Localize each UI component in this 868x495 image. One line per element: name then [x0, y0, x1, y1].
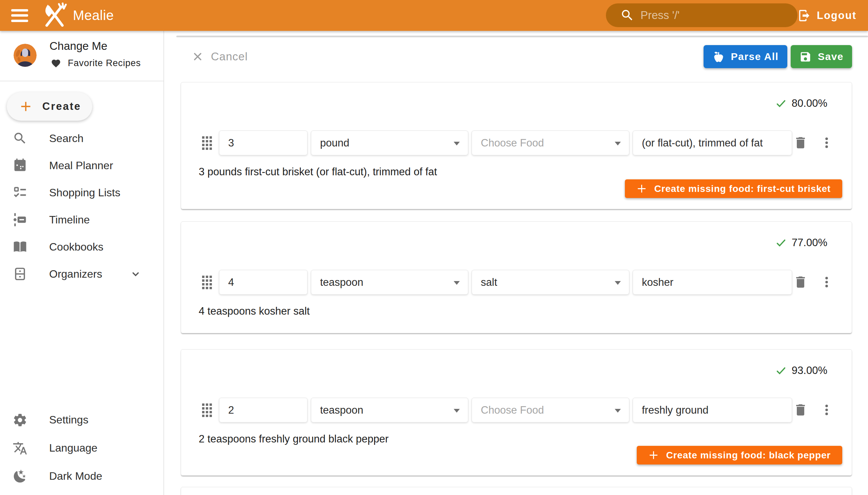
quantity-input[interactable]	[228, 404, 299, 416]
ingredient-card: 77.00% teaspoon salt 4 teaspoons kosher …	[181, 221, 852, 333]
delete-icon[interactable]	[793, 275, 808, 290]
app-title: Mealie	[73, 8, 114, 23]
kebab-menu-icon[interactable]	[820, 275, 833, 289]
timeline-icon	[13, 212, 28, 227]
sidebar-nav: Search Meal Planner Shopping Lists	[0, 125, 164, 288]
search-input[interactable]	[641, 9, 787, 22]
sidebar-item-language[interactable]: Language	[0, 434, 164, 462]
sidebar-item-cookbooks[interactable]: Cookbooks	[0, 233, 164, 260]
create-missing-food-button[interactable]: Create missing food: black pepper	[637, 446, 842, 464]
create-missing-food-button[interactable]: Create missing food: first-cut brisket	[625, 180, 842, 198]
delete-icon[interactable]	[793, 135, 808, 150]
ingredient-card: 80.00% pound Choose Food 3 pounds first-…	[181, 82, 852, 209]
food-select[interactable]: Choose Food	[472, 131, 629, 155]
checklist-icon	[13, 185, 28, 200]
confidence-indicator: 77.00%	[776, 237, 827, 249]
save-icon	[799, 51, 812, 63]
ingredient-card: 93.00% teaspoon Choose Food 2 teaspoons …	[181, 349, 852, 476]
chevron-down-icon	[454, 409, 460, 413]
food-select[interactable]: salt	[472, 270, 629, 295]
original-ingredient-text: 2 teaspoons freshly ground black pepper	[199, 433, 389, 445]
moon-icon	[13, 469, 28, 484]
sidebar-divider	[0, 81, 164, 81]
kebab-menu-icon[interactable]	[820, 136, 833, 150]
quantity-input[interactable]	[228, 137, 299, 149]
sidebar-item-timeline[interactable]: Timeline	[0, 206, 164, 233]
sidebar-item-search[interactable]: Search	[0, 125, 164, 152]
delete-icon[interactable]	[793, 403, 808, 417]
sidebar-footer-nav: Settings Language Dark Mode	[0, 406, 164, 490]
plus-icon	[648, 450, 659, 460]
open-book-icon	[13, 239, 28, 254]
note-input[interactable]	[642, 137, 783, 149]
drag-handle-icon[interactable]	[202, 276, 212, 289]
chevron-down-icon	[130, 268, 142, 280]
logout-label: Logout	[817, 10, 856, 22]
kebab-menu-icon[interactable]	[820, 403, 833, 417]
favorite-recipes-link[interactable]: Favorite Recipes	[51, 58, 141, 68]
heart-icon	[51, 58, 61, 68]
confidence-value: 93.00%	[792, 364, 827, 377]
food-select[interactable]: Choose Food	[472, 398, 629, 423]
content-top-divider	[176, 36, 868, 37]
confidence-value: 80.00%	[792, 97, 827, 109]
sidebar-item-meal-planner[interactable]: Meal Planner	[0, 152, 164, 179]
note-input[interactable]	[642, 276, 783, 289]
chevron-down-icon	[454, 281, 460, 285]
sidebar-item-dark-mode[interactable]: Dark Mode	[0, 462, 164, 490]
quantity-input[interactable]	[228, 276, 299, 289]
chevron-down-icon	[615, 281, 621, 285]
drag-handle-icon[interactable]	[202, 136, 212, 150]
main-content: Cancel Parse All Save 80.00% pound Choos…	[164, 31, 868, 495]
chevron-down-icon	[615, 142, 621, 146]
plus-icon	[18, 99, 34, 114]
logout-icon	[798, 9, 811, 22]
cabinet-icon	[13, 267, 28, 281]
ingredient-row: teaspoon salt	[181, 270, 852, 295]
confidence-indicator: 93.00%	[776, 364, 827, 377]
search-icon	[13, 131, 28, 146]
original-ingredient-text: 3 pounds first-cut brisket (or flat-cut)…	[199, 166, 437, 178]
check-icon	[776, 98, 787, 109]
confidence-value: 77.00%	[792, 237, 827, 249]
search-icon	[620, 8, 634, 22]
check-icon	[776, 237, 787, 249]
avatar[interactable]	[14, 44, 37, 67]
chevron-down-icon	[615, 409, 621, 413]
mealie-logo-icon	[40, 2, 68, 30]
cancel-button[interactable]: Cancel	[191, 45, 248, 68]
parse-all-button[interactable]: Parse All	[703, 45, 787, 68]
close-icon	[191, 51, 204, 63]
sidebar-item-settings[interactable]: Settings	[0, 406, 164, 434]
create-label: Create	[42, 100, 81, 113]
create-button[interactable]: Create	[7, 92, 92, 121]
note-input[interactable]	[642, 404, 783, 416]
favorite-recipes-label: Favorite Recipes	[68, 58, 141, 68]
gear-icon	[13, 413, 28, 428]
logout-button[interactable]: Logout	[794, 0, 861, 31]
confidence-indicator: 80.00%	[776, 97, 827, 109]
sidebar-item-organizers[interactable]: Organizers	[0, 260, 164, 288]
user-name: Change Me	[50, 40, 107, 53]
calendar-icon	[13, 158, 28, 173]
sidebar-item-shopping-lists[interactable]: Shopping Lists	[0, 179, 164, 206]
hamburger-menu-icon[interactable]	[11, 9, 28, 22]
drag-handle-icon[interactable]	[202, 404, 212, 417]
global-search[interactable]	[606, 3, 798, 27]
check-icon	[776, 365, 787, 376]
ingredient-row: pound Choose Food	[181, 131, 852, 155]
original-ingredient-text: 4 teaspoons kosher salt	[199, 305, 310, 317]
topbar: Mealie Logout	[0, 0, 868, 31]
chevron-down-icon	[454, 142, 460, 146]
translate-icon	[13, 441, 28, 456]
ingredient-card-partial	[181, 487, 852, 495]
unit-select[interactable]: teaspoon	[311, 398, 468, 423]
save-button[interactable]: Save	[791, 45, 852, 68]
apple-icon	[712, 51, 725, 63]
unit-select[interactable]: pound	[311, 131, 468, 155]
ingredient-row: teaspoon Choose Food	[181, 398, 852, 423]
unit-select[interactable]: teaspoon	[311, 270, 468, 295]
sidebar: Change Me Favorite Recipes Create Search…	[0, 31, 164, 495]
plus-icon	[636, 184, 647, 194]
